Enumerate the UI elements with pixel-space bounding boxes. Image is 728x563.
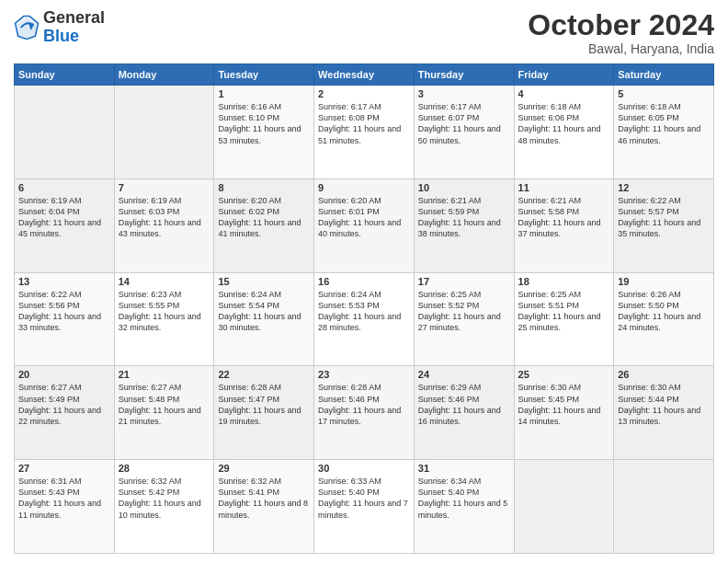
table-row: 16Sunrise: 6:24 AM Sunset: 5:53 PM Dayli… (314, 272, 415, 366)
calendar-week-1: 1Sunrise: 6:16 AM Sunset: 6:10 PM Daylig… (15, 86, 714, 179)
table-row: 25Sunrise: 6:30 AM Sunset: 5:45 PM Dayli… (514, 366, 614, 460)
day-number: 11 (518, 182, 610, 193)
logo-text: General Blue (43, 9, 105, 46)
day-info: Sunrise: 6:33 AM Sunset: 5:40 PM Dayligh… (318, 476, 410, 521)
day-info: Sunrise: 6:18 AM Sunset: 6:06 PM Dayligh… (518, 101, 610, 146)
table-row: 6Sunrise: 6:19 AM Sunset: 6:04 PM Daylig… (15, 178, 115, 272)
logo-text-block: General Blue (43, 9, 105, 46)
day-number: 20 (18, 369, 110, 380)
day-number: 17 (418, 276, 510, 287)
title-month: October 2024 (528, 9, 714, 41)
day-number: 18 (518, 276, 610, 287)
day-info: Sunrise: 6:30 AM Sunset: 5:45 PM Dayligh… (518, 382, 610, 427)
day-number: 12 (618, 182, 710, 193)
day-info: Sunrise: 6:25 AM Sunset: 5:52 PM Dayligh… (418, 289, 510, 334)
day-number: 27 (18, 463, 110, 474)
table-row: 24Sunrise: 6:29 AM Sunset: 5:46 PM Dayli… (414, 366, 514, 460)
day-number: 29 (218, 463, 310, 474)
day-info: Sunrise: 6:30 AM Sunset: 5:44 PM Dayligh… (618, 382, 710, 427)
day-info: Sunrise: 6:24 AM Sunset: 5:54 PM Dayligh… (218, 289, 310, 334)
table-row (114, 86, 214, 179)
day-info: Sunrise: 6:19 AM Sunset: 6:03 PM Dayligh… (119, 195, 210, 240)
day-info: Sunrise: 6:24 AM Sunset: 5:53 PM Dayligh… (318, 289, 410, 334)
table-row: 23Sunrise: 6:28 AM Sunset: 5:46 PM Dayli… (314, 366, 415, 460)
day-number: 21 (119, 369, 210, 380)
day-info: Sunrise: 6:17 AM Sunset: 6:07 PM Dayligh… (418, 101, 510, 146)
table-row (15, 86, 115, 179)
table-row: 13Sunrise: 6:22 AM Sunset: 5:56 PM Dayli… (15, 272, 115, 366)
table-row: 5Sunrise: 6:18 AM Sunset: 6:05 PM Daylig… (614, 86, 714, 179)
day-info: Sunrise: 6:22 AM Sunset: 5:56 PM Dayligh… (18, 289, 110, 334)
table-row: 7Sunrise: 6:19 AM Sunset: 6:03 PM Daylig… (114, 178, 214, 272)
day-info: Sunrise: 6:32 AM Sunset: 5:42 PM Dayligh… (119, 476, 210, 521)
day-info: Sunrise: 6:27 AM Sunset: 5:49 PM Dayligh… (18, 382, 110, 427)
table-row: 19Sunrise: 6:26 AM Sunset: 5:50 PM Dayli… (614, 272, 714, 366)
day-number: 24 (418, 369, 510, 380)
day-number: 3 (418, 88, 510, 99)
logo-icon (14, 15, 40, 40)
col-thursday: Thursday (414, 64, 514, 86)
day-number: 7 (119, 182, 210, 193)
day-info: Sunrise: 6:27 AM Sunset: 5:48 PM Dayligh… (119, 382, 210, 427)
day-number: 10 (418, 182, 510, 193)
day-info: Sunrise: 6:21 AM Sunset: 5:58 PM Dayligh… (518, 195, 610, 240)
day-info: Sunrise: 6:23 AM Sunset: 5:55 PM Dayligh… (119, 289, 210, 334)
table-row: 30Sunrise: 6:33 AM Sunset: 5:40 PM Dayli… (314, 460, 415, 554)
table-row: 22Sunrise: 6:28 AM Sunset: 5:47 PM Dayli… (214, 366, 314, 460)
calendar-table: Sunday Monday Tuesday Wednesday Thursday… (14, 63, 714, 554)
calendar-header-row: Sunday Monday Tuesday Wednesday Thursday… (15, 64, 714, 86)
table-row: 4Sunrise: 6:18 AM Sunset: 6:06 PM Daylig… (514, 86, 614, 179)
day-number: 31 (418, 463, 510, 474)
day-number: 8 (218, 182, 310, 193)
day-info: Sunrise: 6:25 AM Sunset: 5:51 PM Dayligh… (518, 289, 610, 334)
day-number: 30 (318, 463, 410, 474)
table-row: 20Sunrise: 6:27 AM Sunset: 5:49 PM Dayli… (15, 366, 115, 460)
table-row: 28Sunrise: 6:32 AM Sunset: 5:42 PM Dayli… (114, 460, 214, 554)
day-number: 26 (618, 369, 710, 380)
day-number: 16 (318, 276, 410, 287)
day-number: 9 (318, 182, 410, 193)
day-number: 1 (218, 88, 310, 99)
col-sunday: Sunday (15, 64, 115, 86)
table-row: 10Sunrise: 6:21 AM Sunset: 5:59 PM Dayli… (414, 178, 514, 272)
calendar-week-5: 27Sunrise: 6:31 AM Sunset: 5:43 PM Dayli… (15, 460, 714, 554)
table-row: 14Sunrise: 6:23 AM Sunset: 5:55 PM Dayli… (114, 272, 214, 366)
day-number: 4 (518, 88, 610, 99)
table-row: 1Sunrise: 6:16 AM Sunset: 6:10 PM Daylig… (214, 86, 314, 179)
col-monday: Monday (114, 64, 214, 86)
logo-blue: Blue (43, 27, 79, 45)
table-row: 12Sunrise: 6:22 AM Sunset: 5:57 PM Dayli… (614, 178, 714, 272)
day-info: Sunrise: 6:18 AM Sunset: 6:05 PM Dayligh… (618, 101, 710, 146)
table-row: 29Sunrise: 6:32 AM Sunset: 5:41 PM Dayli… (214, 460, 314, 554)
table-row: 8Sunrise: 6:20 AM Sunset: 6:02 PM Daylig… (214, 178, 314, 272)
day-info: Sunrise: 6:31 AM Sunset: 5:43 PM Dayligh… (18, 476, 110, 521)
day-info: Sunrise: 6:28 AM Sunset: 5:47 PM Dayligh… (218, 382, 310, 427)
day-info: Sunrise: 6:20 AM Sunset: 6:01 PM Dayligh… (318, 195, 410, 240)
day-number: 19 (618, 276, 710, 287)
logo: General Blue (14, 9, 105, 46)
day-info: Sunrise: 6:19 AM Sunset: 6:04 PM Dayligh… (18, 195, 110, 240)
day-number: 28 (119, 463, 210, 474)
day-number: 5 (618, 88, 710, 99)
day-info: Sunrise: 6:17 AM Sunset: 6:08 PM Dayligh… (318, 101, 410, 146)
day-info: Sunrise: 6:32 AM Sunset: 5:41 PM Dayligh… (218, 476, 310, 521)
day-number: 23 (318, 369, 410, 380)
day-info: Sunrise: 6:26 AM Sunset: 5:50 PM Dayligh… (618, 289, 710, 334)
calendar-week-4: 20Sunrise: 6:27 AM Sunset: 5:49 PM Dayli… (15, 366, 714, 460)
header: General Blue October 2024 Bawal, Haryana… (14, 9, 714, 56)
day-info: Sunrise: 6:29 AM Sunset: 5:46 PM Dayligh… (418, 382, 510, 427)
title-block: October 2024 Bawal, Haryana, India (528, 9, 714, 56)
table-row: 9Sunrise: 6:20 AM Sunset: 6:01 PM Daylig… (314, 178, 415, 272)
day-number: 14 (119, 276, 210, 287)
day-number: 6 (18, 182, 110, 193)
table-row: 15Sunrise: 6:24 AM Sunset: 5:54 PM Dayli… (214, 272, 314, 366)
col-friday: Friday (514, 64, 614, 86)
day-number: 25 (518, 369, 610, 380)
table-row: 17Sunrise: 6:25 AM Sunset: 5:52 PM Dayli… (414, 272, 514, 366)
table-row (514, 460, 614, 554)
title-location: Bawal, Haryana, India (528, 41, 714, 56)
col-tuesday: Tuesday (214, 64, 314, 86)
day-info: Sunrise: 6:28 AM Sunset: 5:46 PM Dayligh… (318, 382, 410, 427)
col-saturday: Saturday (614, 64, 714, 86)
table-row: 26Sunrise: 6:30 AM Sunset: 5:44 PM Dayli… (614, 366, 714, 460)
